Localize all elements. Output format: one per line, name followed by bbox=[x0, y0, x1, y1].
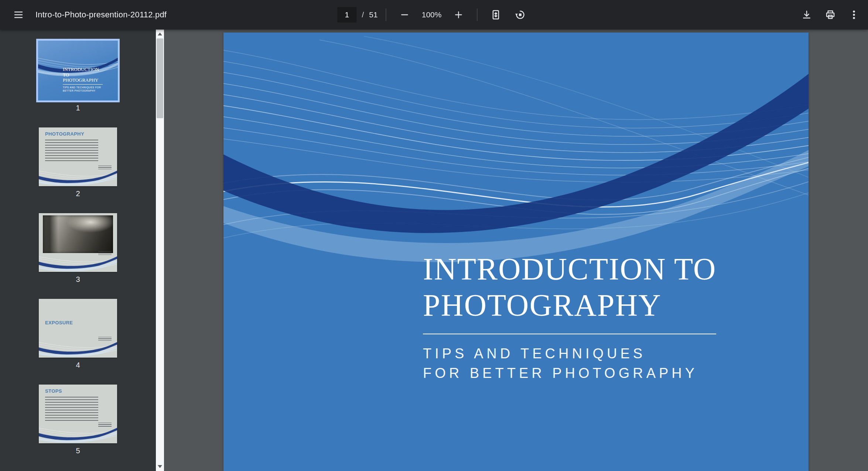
wave-graphic bbox=[39, 254, 117, 272]
thumbnail-image bbox=[39, 213, 117, 272]
slide-text-block: INTRODUCTION TO PHOTOGRAPHY TIPS AND TEC… bbox=[423, 251, 748, 383]
fit-to-page-icon bbox=[491, 9, 502, 20]
scroll-down-arrow[interactable] bbox=[156, 462, 164, 471]
menu-button[interactable] bbox=[8, 4, 29, 25]
toolbar-separator bbox=[386, 8, 386, 21]
wave-graphic bbox=[39, 168, 117, 186]
thumbnail-page-1[interactable]: INTRODUCTION TO PHOTOGRAPHY TIPS AND TEC… bbox=[38, 41, 118, 113]
kebab-menu-icon bbox=[848, 9, 860, 20]
more-actions-button[interactable] bbox=[844, 4, 864, 25]
page-slash: / bbox=[362, 10, 364, 19]
fit-to-page-button[interactable] bbox=[486, 4, 506, 25]
thumbnail-page-4[interactable]: EXPOSURE 4 bbox=[39, 299, 117, 371]
thumbnail-page-number: 3 bbox=[76, 275, 80, 285]
print-icon bbox=[825, 9, 836, 20]
slide-title-line2: PHOTOGRAPHY bbox=[423, 287, 748, 324]
wave-graphic bbox=[39, 340, 117, 358]
pdf-viewer-area: INTRODUCTION TO PHOTOGRAPHY TIPS AND TEC… bbox=[164, 30, 868, 471]
thumbnail-page-number: 4 bbox=[76, 361, 80, 371]
thumbnail-list: INTRODUCTION TO PHOTOGRAPHY TIPS AND TEC… bbox=[0, 30, 156, 471]
sidebar-scrollbar[interactable] bbox=[156, 30, 164, 471]
thumbnail-image: INTRODUCTION TO PHOTOGRAPHY TIPS AND TEC… bbox=[38, 41, 118, 100]
pdf-page-1: INTRODUCTION TO PHOTOGRAPHY TIPS AND TEC… bbox=[223, 33, 809, 471]
thumbnail-slide-text: INTRODUCTION TO PHOTOGRAPHY TIPS AND TEC… bbox=[63, 67, 103, 92]
wave-graphic bbox=[39, 426, 117, 443]
document-title: Intro-to-Photo-presention-20112.pdf bbox=[35, 10, 167, 20]
thumbnail-slide-subtitle: TIPS AND TECHNIQUES FOR BETTER PHOTOGRAP… bbox=[63, 86, 103, 92]
toolbar-separator bbox=[477, 8, 478, 21]
thumbnail-image: STOPS bbox=[39, 385, 117, 443]
thumbnail-image: EXPOSURE bbox=[39, 299, 117, 358]
black-and-white-photo bbox=[43, 215, 113, 253]
thumbnail-heading: PHOTOGRAPHY bbox=[45, 131, 84, 137]
thumbnail-heading: EXPOSURE bbox=[45, 320, 73, 325]
thumbnail-page-number: 5 bbox=[76, 447, 80, 456]
slide-subtitle-line2: FOR BETTER PHOTOGRAPHY bbox=[423, 364, 748, 383]
page-number-input[interactable] bbox=[337, 7, 356, 23]
thumbnail-page-number: 2 bbox=[76, 190, 80, 199]
rotate-button[interactable] bbox=[510, 4, 531, 25]
plus-icon bbox=[454, 10, 464, 20]
thumbnail-page-5[interactable]: STOPS 5 bbox=[39, 385, 117, 456]
zoom-in-button[interactable] bbox=[448, 4, 469, 25]
page-count: 51 bbox=[369, 10, 377, 19]
print-button[interactable] bbox=[820, 4, 841, 25]
thumbnail-slide-title: INTRODUCTION TO PHOTOGRAPHY bbox=[63, 67, 103, 85]
download-button[interactable] bbox=[796, 4, 817, 25]
thumbnail-heading: STOPS bbox=[45, 388, 62, 394]
zoom-out-button[interactable] bbox=[394, 4, 415, 25]
thumbnail-image: PHOTOGRAPHY bbox=[39, 127, 117, 186]
slide-subtitle-line1: TIPS AND TECHNIQUES bbox=[423, 344, 748, 364]
thumbnail-page-2[interactable]: PHOTOGRAPHY 2 bbox=[39, 127, 117, 199]
title-divider-line bbox=[423, 334, 716, 334]
scrollbar-thumb[interactable] bbox=[157, 38, 163, 118]
thumbnail-page-number: 1 bbox=[76, 104, 80, 113]
rotate-counterclockwise-icon bbox=[515, 9, 526, 20]
hamburger-menu-icon bbox=[13, 9, 24, 20]
download-icon bbox=[801, 9, 812, 20]
scroll-up-arrow[interactable] bbox=[156, 30, 164, 38]
slide-title: INTRODUCTION TO PHOTOGRAPHY bbox=[423, 251, 748, 324]
slide-title-line1: INTRODUCTION TO bbox=[423, 251, 748, 287]
slide-subtitle: TIPS AND TECHNIQUES FOR BETTER PHOTOGRAP… bbox=[423, 344, 748, 383]
zoom-level: 100% bbox=[419, 10, 445, 19]
thumbnail-panel: INTRODUCTION TO PHOTOGRAPHY TIPS AND TEC… bbox=[0, 30, 164, 471]
minus-icon bbox=[400, 10, 410, 20]
pdf-toolbar: Intro-to-Photo-presention-20112.pdf / 51… bbox=[0, 0, 868, 30]
thumbnail-body-text-lines bbox=[45, 140, 98, 161]
thumbnail-page-3[interactable]: 3 bbox=[39, 213, 117, 285]
thumbnail-body-text-lines bbox=[45, 397, 98, 423]
